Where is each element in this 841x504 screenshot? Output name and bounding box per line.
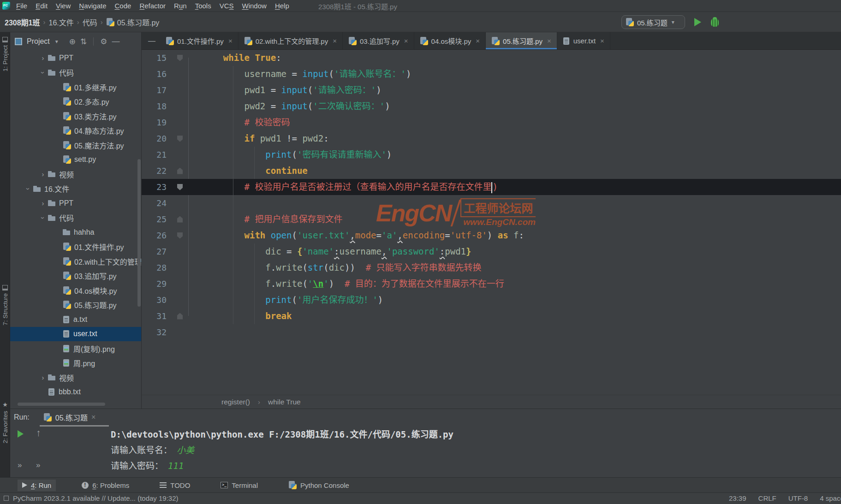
double-chevron-icon[interactable]: »	[18, 461, 22, 470]
code-line-29[interactable]: 29 f.write('\n') # 目的：为了数据在文件里展示不在一行	[142, 276, 841, 292]
tree-item[interactable]: 04.os模块.py	[10, 283, 141, 298]
menu-refactor[interactable]: Refactor	[135, 2, 170, 10]
tree-item[interactable]: a.txt	[10, 312, 141, 327]
tree-item[interactable]: ›视频	[10, 167, 141, 182]
tree-item[interactable]: 周(复制).png	[10, 341, 141, 356]
tree-item[interactable]: 05.魔法方法.py	[10, 138, 141, 153]
tree-item[interactable]: user.txt	[10, 327, 141, 342]
close-icon[interactable]: ×	[404, 37, 408, 45]
fold-marker-icon[interactable]	[174, 163, 186, 179]
code-line-19[interactable]: 19 # 校验密码	[142, 114, 841, 130]
breadcrumb-item[interactable]: 16.文件	[49, 17, 74, 28]
status-message[interactable]: PyCharm 2023.2.1 available // Update... …	[4, 494, 179, 502]
tree-item[interactable]: 02.with上下文的管理	[10, 254, 141, 269]
toolwindow-terminal-button[interactable]: Terminal	[216, 480, 262, 491]
code-line-32[interactable]: 32	[142, 324, 841, 340]
tree-item[interactable]: ›16.文件	[10, 182, 141, 196]
tree-vertical-scrollbar[interactable]	[137, 159, 141, 307]
editor-tab[interactable]: 05.练习题.py×	[486, 32, 557, 49]
hide-panel-icon[interactable]: —	[112, 37, 120, 46]
code-line-27[interactable]: 27 dic = {'name':username,'password':pwd…	[142, 243, 841, 260]
run-config-selector[interactable]: 05.练习题 ▾	[621, 15, 685, 29]
tree-item[interactable]: 03.追加写.py	[10, 269, 141, 284]
chevron-icon[interactable]: ›	[39, 67, 47, 77]
fold-marker-icon[interactable]	[174, 308, 186, 324]
run-button[interactable]	[694, 18, 701, 26]
code-line-30[interactable]: 30 print('用户名保存成功！')	[142, 292, 841, 308]
status-item[interactable]: 4 spaces	[820, 494, 841, 502]
toolwindow-todo-button[interactable]: TODO	[155, 480, 195, 491]
tree-item[interactable]: 02.多态.py	[10, 95, 141, 109]
tree-item[interactable]: 04.静态方法.py	[10, 124, 141, 138]
status-item[interactable]: 23:39	[729, 494, 746, 502]
menu-run[interactable]: Run	[170, 2, 191, 10]
toolwindow-run-button[interactable]: 4: Run	[18, 480, 56, 491]
code-line-24[interactable]: 24	[142, 195, 841, 211]
tree-item[interactable]: ›PPT	[10, 196, 141, 211]
editor-tab[interactable]: 04.os模块.py×	[414, 32, 486, 49]
tree-item[interactable]: ›代码	[10, 211, 141, 225]
menu-code[interactable]: Code	[111, 2, 136, 10]
code-line-26[interactable]: 26 with open('user.txt',mode='a',encodin…	[142, 227, 841, 243]
chevron-icon[interactable]: ›	[24, 184, 32, 194]
tree-item[interactable]: 05.练习题.py	[10, 298, 141, 313]
chevron-icon[interactable]: ›	[39, 213, 47, 223]
toolwindow-problems-button[interactable]: 6: Problems	[77, 480, 134, 491]
code-line-16[interactable]: 16 username = input('请输入账号名：')	[142, 66, 841, 82]
tree-horizontal-scrollbar[interactable]	[18, 403, 105, 406]
locate-file-icon[interactable]: ⊕	[69, 37, 76, 47]
code-line-22[interactable]: 22 continue	[142, 163, 841, 179]
breadcrumb-item[interactable]: 2308期1班	[5, 17, 40, 28]
chevron-icon[interactable]: ›	[38, 54, 48, 62]
fold-marker-icon[interactable]	[174, 179, 186, 195]
tree-item[interactable]: sett.py	[10, 153, 141, 167]
tree-item[interactable]: ›视频	[10, 370, 141, 385]
tree-item[interactable]: ›PPT	[10, 51, 141, 65]
editor-tab[interactable]: 03.追加写.py×	[343, 32, 414, 49]
code-line-18[interactable]: 18 pwd2 = input('二次确认密码：')	[142, 98, 841, 114]
up-arrow-icon[interactable]: ↑	[36, 427, 41, 439]
editor-tab[interactable]: 01.文件操作.py×	[160, 32, 239, 49]
editor-breadcrumb-item[interactable]: while True	[268, 398, 301, 406]
close-icon[interactable]: ×	[333, 37, 337, 45]
breadcrumb-item[interactable]: 代码	[83, 17, 97, 28]
menu-edit[interactable]: Edit	[31, 2, 52, 10]
status-item[interactable]: CRLF	[758, 494, 776, 502]
menu-help[interactable]: Help	[271, 2, 293, 10]
menu-file[interactable]: File	[12, 2, 31, 10]
close-icon[interactable]: ×	[91, 413, 95, 421]
stripe-structure-button[interactable]: 7: Structure	[0, 285, 10, 326]
menu-window[interactable]: Window	[238, 2, 271, 10]
fold-marker-icon[interactable]	[174, 50, 186, 66]
code-line-25[interactable]: 25 # 把用户信息保存到文件	[142, 211, 841, 227]
chevron-down-icon[interactable]: ▾	[55, 38, 58, 45]
double-chevron-icon[interactable]: »	[36, 461, 40, 470]
code-line-20[interactable]: 20 if pwd1 != pwd2:	[142, 130, 841, 147]
fold-marker-icon[interactable]	[174, 130, 186, 147]
code-line-17[interactable]: 17 pwd1 = input('请输入密码：')	[142, 82, 841, 98]
close-icon[interactable]: ×	[547, 37, 551, 45]
fold-marker-icon[interactable]	[174, 227, 186, 243]
chevron-icon[interactable]: ›	[38, 199, 48, 207]
tree-item[interactable]: 周.png	[10, 356, 141, 371]
run-console-tab[interactable]: 05.练习题 ×	[43, 412, 96, 423]
tree-item[interactable]: hahha	[10, 225, 141, 240]
rerun-button[interactable]	[18, 430, 24, 438]
code-line-28[interactable]: 28 f.write(str(dic)) # 只能写入字符串数据先转换	[142, 260, 841, 276]
menu-navigate[interactable]: Navigate	[75, 2, 110, 10]
editor-tab[interactable]: user.txt×	[557, 32, 610, 49]
code-editor[interactable]: 15 while True:16 username = input('请输入账号…	[142, 50, 841, 395]
menu-view[interactable]: View	[52, 2, 75, 10]
menu-tools[interactable]: Tools	[191, 2, 215, 10]
toolwindow-pythonconsole-button[interactable]: Python Console	[284, 479, 354, 491]
menu-vcs[interactable]: VCS	[215, 2, 238, 10]
project-panel-title[interactable]: Project	[27, 37, 50, 46]
breadcrumb-item[interactable]: 05.练习题.py	[106, 17, 160, 28]
close-icon[interactable]: ×	[600, 37, 604, 45]
close-icon[interactable]: ×	[476, 37, 480, 45]
tree-item[interactable]: 01.文件操作.py	[10, 240, 141, 255]
run-console-output[interactable]: D:\devtools\python\python.exe F:/2308期1班…	[111, 427, 453, 474]
status-item[interactable]: UTF-8	[788, 494, 808, 502]
tree-item[interactable]: bbb.txt	[10, 385, 141, 400]
code-line-21[interactable]: 21 print('密码有误请重新输入')	[142, 147, 841, 163]
